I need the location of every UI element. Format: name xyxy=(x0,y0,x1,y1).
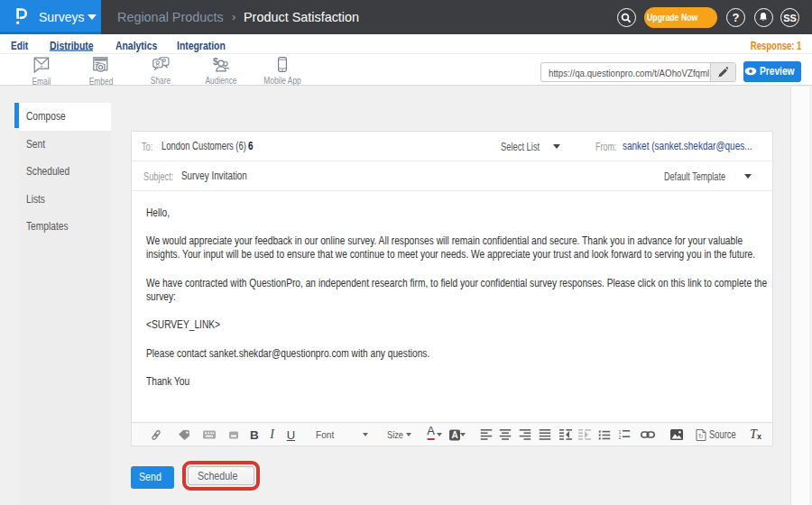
svg-text:1: 1 xyxy=(618,429,621,435)
svg-text:↻: ↻ xyxy=(698,433,704,439)
svg-text:$: $ xyxy=(213,57,218,67)
svg-text:2: 2 xyxy=(618,435,621,440)
svg-text:A: A xyxy=(451,430,457,440)
